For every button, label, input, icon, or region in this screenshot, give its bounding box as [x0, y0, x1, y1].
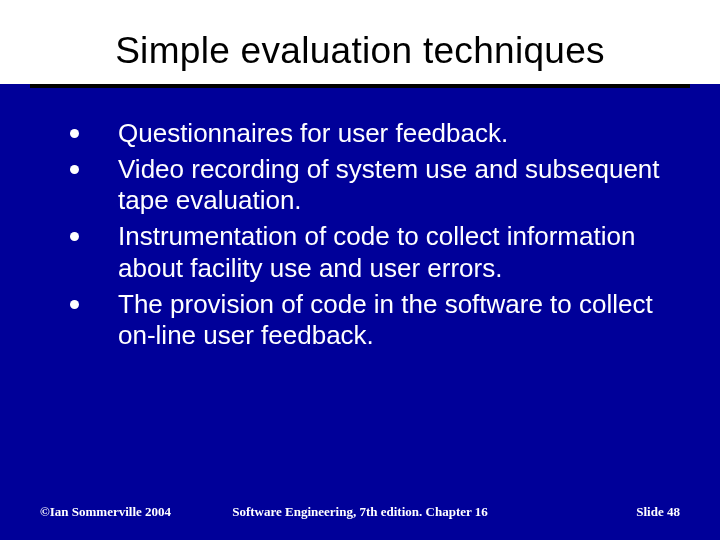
- list-item: Video recording of system use and subseq…: [70, 154, 680, 217]
- list-item: The provision of code in the software to…: [70, 289, 680, 352]
- list-item: Instrumentation of code to collect infor…: [70, 221, 680, 284]
- slide-title: Simple evaluation techniques: [0, 0, 720, 84]
- slide: Simple evaluation techniques Questionnai…: [0, 0, 720, 540]
- footer-left: ©Ian Sommerville 2004: [40, 504, 171, 520]
- slide-body: Questionnaires for user feedback. Video …: [0, 88, 720, 352]
- footer-center: Software Engineering, 7th edition. Chapt…: [232, 504, 488, 520]
- slide-footer: ©Ian Sommerville 2004 Software Engineeri…: [0, 504, 720, 520]
- list-item: Questionnaires for user feedback.: [70, 118, 680, 150]
- footer-right: Slide 48: [636, 504, 680, 520]
- bullet-list: Questionnaires for user feedback. Video …: [70, 118, 680, 352]
